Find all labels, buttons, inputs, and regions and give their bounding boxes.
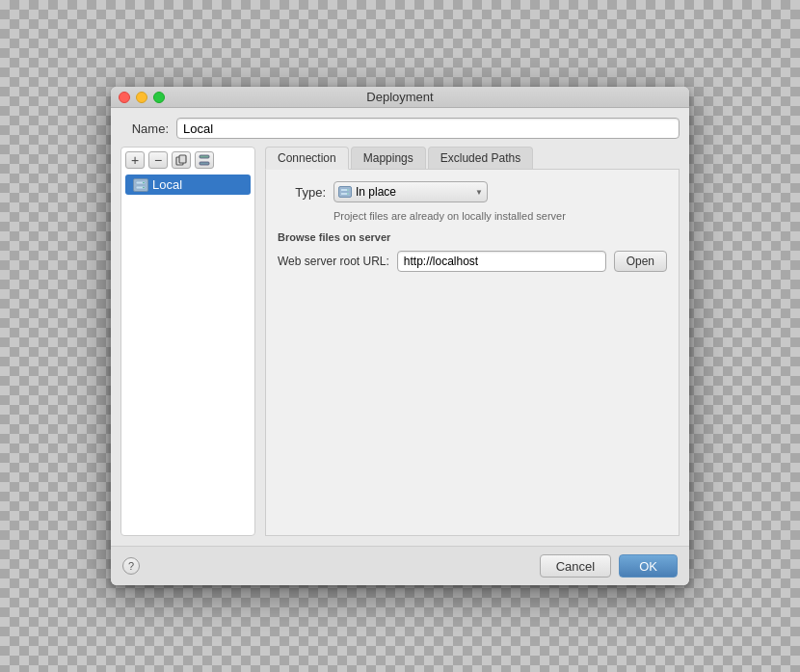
tab-excluded-paths[interactable]: Excluded Paths — [428, 147, 533, 169]
maximize-button[interactable] — [153, 92, 165, 103]
sidebar: + − — [120, 147, 255, 536]
window-body: Name: + − — [111, 108, 689, 546]
open-button[interactable]: Open — [614, 251, 667, 272]
minimize-button[interactable] — [136, 92, 147, 103]
dropdown-arrow-icon: ▼ — [475, 188, 483, 197]
cancel-button[interactable]: Cancel — [540, 554, 611, 578]
type-row: Type: — [278, 181, 667, 202]
svg-point-10 — [347, 189, 348, 190]
add-server-button[interactable]: + — [125, 151, 145, 169]
type-select[interactable]: In place ▼ — [333, 181, 488, 202]
traffic-lights — [119, 92, 165, 103]
window-footer: ? Cancel OK — [111, 546, 689, 585]
name-label: Name: — [120, 121, 169, 136]
type-icon — [338, 186, 352, 198]
move-server-button[interactable] — [195, 151, 214, 169]
tab-content: Type: — [265, 170, 680, 536]
ok-button[interactable]: OK — [619, 554, 678, 578]
help-button[interactable]: ? — [122, 557, 140, 575]
footer-buttons: Cancel OK — [540, 554, 678, 578]
sidebar-item-label: Local — [152, 177, 182, 192]
svg-point-6 — [143, 181, 145, 183]
hint-text: Project files are already on locally ins… — [333, 210, 667, 222]
server-icon — [133, 178, 148, 192]
sidebar-item-local[interactable]: Local — [125, 175, 251, 195]
svg-point-7 — [143, 186, 145, 188]
sidebar-toolbar: + − — [125, 151, 251, 169]
remove-server-button[interactable]: − — [148, 151, 168, 169]
copy-icon — [175, 154, 187, 166]
titlebar: Deployment — [111, 87, 689, 108]
window-title: Deployment — [366, 90, 433, 104]
type-label: Type: — [278, 185, 326, 200]
type-value: In place — [356, 185, 396, 199]
deployment-window: Deployment Name: + − — [111, 87, 689, 585]
browse-label: Browse files on server — [278, 231, 667, 243]
name-input[interactable] — [176, 118, 680, 139]
content-area: Connection Mappings Excluded Paths Type: — [265, 147, 680, 536]
tab-connection[interactable]: Connection — [265, 147, 349, 170]
url-label: Web server root URL: — [278, 255, 389, 268]
name-row: Name: — [120, 118, 680, 139]
url-row: Web server root URL: Open — [278, 251, 667, 272]
tabs-row: Connection Mappings Excluded Paths — [265, 147, 680, 170]
copy-server-button[interactable] — [172, 151, 191, 169]
move-icon — [199, 154, 210, 166]
url-input[interactable] — [397, 251, 606, 272]
main-content-row: + − — [120, 147, 680, 536]
svg-rect-3 — [200, 162, 209, 165]
svg-point-11 — [347, 193, 348, 194]
svg-rect-2 — [200, 155, 209, 158]
svg-rect-1 — [179, 155, 186, 163]
close-button[interactable] — [119, 92, 130, 103]
tab-mappings[interactable]: Mappings — [351, 147, 426, 169]
